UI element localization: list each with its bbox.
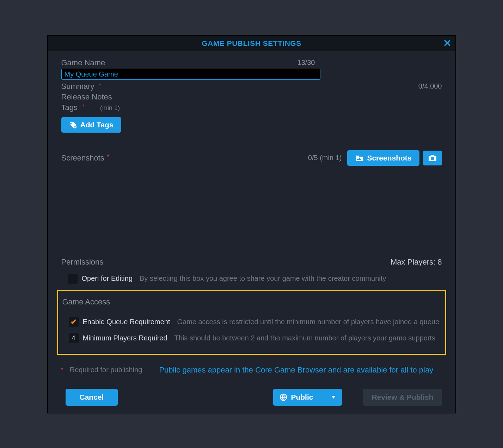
summary-field: Summary * 0/4,000 [61,82,442,91]
required-asterisk: * [107,153,110,161]
folder-image-icon [355,154,363,162]
public-games-info: Public games appear in the Core Game Bro… [159,365,433,375]
add-tags-label: Add Tags [80,121,114,129]
game-name-input[interactable] [61,69,320,80]
review-publish-label: Review & Publish [372,393,433,401]
enable-queue-row: Enable Queue Requirement Game access is … [62,317,441,327]
visibility-label: Public [291,393,313,401]
game-access-section: Game Access Enable Queue Requirement Gam… [57,290,446,355]
chevron-down-icon [331,396,336,399]
svg-point-1 [431,157,434,160]
tags-field: Tags * (min 1) [61,103,442,112]
game-name-field: Game Name 13/30 [61,58,442,80]
min-players-row: 4 Minimum Players Required This should b… [62,333,441,343]
tag-plus-icon [69,121,77,129]
screenshots-label: Screenshots [61,153,104,163]
open-for-editing-row: Open for Editing By selecting this box y… [61,274,442,284]
screenshots-button[interactable]: Screenshots [347,150,419,166]
screenshots-button-label: Screenshots [367,154,411,162]
release-notes-field: Release Notes [61,92,442,102]
tags-min-note: (min 1) [100,104,120,111]
enable-queue-checkbox[interactable] [69,317,79,327]
screenshots-field: Screenshots * 0/5 (min 1) Screenshots [61,150,442,166]
enable-queue-desc: Game access is restricted until the mini… [177,318,439,326]
cancel-button[interactable]: Cancel [66,389,118,406]
camera-button[interactable] [423,151,442,165]
permissions-row: Permissions Max Players: 8 [61,258,442,267]
dialog-body: Game Name 13/30 Summary * 0/4,000 Releas… [48,51,455,413]
dialog-title: GAME PUBLISH SETTINGS [202,39,301,47]
min-players-label: Minimum Players Required [83,334,167,342]
open-for-editing-label: Open for Editing [82,274,133,283]
open-for-editing-checkbox[interactable] [68,274,78,284]
release-notes-label: Release Notes [61,92,112,101]
screenshots-area [61,166,442,250]
dialog-header: GAME PUBLISH SETTINGS ✕ [48,36,455,51]
required-asterisk: * [82,103,84,110]
close-icon[interactable]: ✕ [443,38,451,48]
summary-label: Summary [61,82,94,91]
min-players-desc: This should be between 2 and the maximum… [174,334,435,342]
footer-info-row: * Required for publishing Public games a… [61,365,442,375]
required-asterisk: * [99,82,101,89]
game-name-label: Game Name [61,58,105,67]
permissions-label: Permissions [61,258,104,267]
open-for-editing-desc: By selecting this box you agree to share… [140,274,386,283]
summary-counter: 0/4,000 [418,82,442,90]
min-players-input[interactable]: 4 [69,333,79,343]
game-name-counter: 13/30 [297,59,315,67]
visibility-dropdown[interactable]: Public [273,389,342,406]
review-publish-button[interactable]: Review & Publish [363,389,442,406]
tags-label: Tags [61,103,78,112]
required-for-publishing-text: Required for publishing [70,366,142,374]
add-tags-button[interactable]: Add Tags [61,117,121,133]
camera-icon [428,154,437,162]
globe-icon [280,393,287,401]
enable-queue-label: Enable Queue Requirement [83,318,170,326]
max-players-label: Max Players: 8 [391,258,442,267]
screenshots-counter: 0/5 (min 1) [308,154,342,162]
publish-settings-dialog: GAME PUBLISH SETTINGS ✕ Game Name 13/30 … [47,35,456,413]
action-row: Cancel Public Review & P [61,389,442,406]
game-access-title: Game Access [62,297,441,307]
cancel-label: Cancel [80,393,104,401]
required-asterisk: * [61,367,63,373]
